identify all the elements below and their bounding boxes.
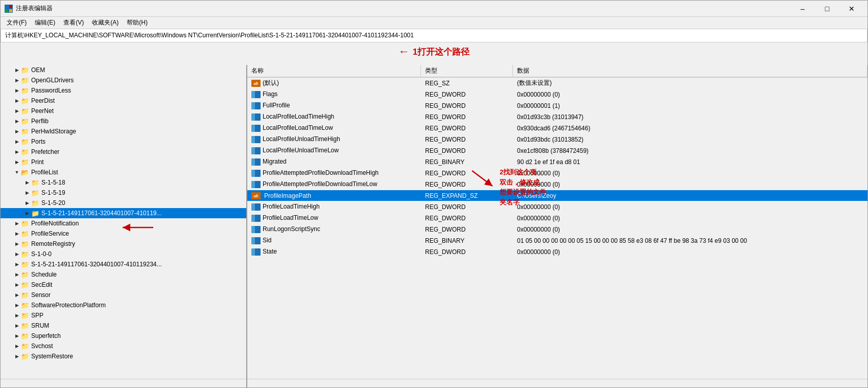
expand-button[interactable]: ▶ — [13, 158, 21, 166]
expand-button[interactable]: ▶ — [13, 352, 21, 360]
expand-button[interactable]: ▶ — [13, 86, 21, 95]
tree-scroll[interactable]: ▶📁OEM▶📁OpenGLDrivers▶📁PasswordLess▶📁Peer… — [1, 65, 246, 379]
expand-button[interactable]: ▶ — [23, 199, 31, 207]
expand-button[interactable]: ▶ — [23, 209, 31, 217]
expand-button[interactable]: ▶ — [13, 281, 21, 289]
expand-button[interactable]: ▶ — [13, 260, 21, 268]
value-row[interactable]: RunLogonScriptSyncREG_DWORD0x00000000 (0… — [247, 224, 867, 235]
value-row[interactable]: ProfileAttemptedProfileDownloadTimeHighR… — [247, 168, 867, 179]
value-name-text: Migrated — [263, 158, 287, 165]
value-name-cell: Migrated — [247, 157, 421, 167]
tree-item[interactable]: ▶📁SRUM — [1, 321, 246, 331]
folder-icon: 📂 — [21, 169, 29, 176]
expand-button[interactable]: ▶ — [13, 219, 21, 227]
tree-hscroll[interactable] — [1, 379, 246, 387]
menu-favorites[interactable]: 收藏夹(A) — [88, 17, 123, 28]
value-name-cell: ab(默认) — [247, 78, 421, 88]
tree-item[interactable]: ▶📁S-1-5-21-149117061-3204401007-41011923… — [1, 259, 246, 269]
tree-item-label: S-1-5-20 — [41, 199, 65, 207]
values-scroll[interactable]: ab(默认)REG_SZ(数值未设置)FlagsREG_DWORD0x00000… — [247, 78, 867, 379]
value-row[interactable]: ab(默认)REG_SZ(数值未设置) — [247, 78, 867, 89]
tree-item[interactable]: ▶📁S-1-0-0 — [1, 249, 246, 259]
expand-button[interactable]: ▶ — [13, 301, 21, 309]
tree-item[interactable]: ▶📁SecEdit — [1, 280, 246, 290]
expand-button[interactable]: ▶ — [23, 178, 31, 187]
folder-icon: 📁 — [21, 107, 29, 115]
value-row[interactable]: LocalProfileLoadTimeHighREG_DWORD0x01d93… — [247, 111, 867, 123]
tree-item[interactable]: ▶📁PasswordLess — [1, 85, 246, 96]
tree-item[interactable]: ▶📁Ports — [1, 136, 246, 147]
close-button[interactable]: ✕ — [840, 2, 863, 16]
tree-item[interactable]: ▶📁OpenGLDrivers — [1, 75, 246, 85]
value-row[interactable]: LocalProfileUnloadTimeLowREG_DWORD0xe1cf… — [247, 145, 867, 156]
tree-item[interactable]: ▶📁ProfileService — [1, 229, 246, 239]
expand-button[interactable]: ▶ — [13, 311, 21, 319]
expand-button[interactable]: ▶ — [13, 250, 21, 258]
menu-view[interactable]: 查看(V) — [59, 17, 88, 28]
value-row[interactable]: MigratedREG_BINARY90 d2 1e ef 1f ea d8 0… — [247, 156, 867, 168]
tree-item[interactable]: ▶📁Print — [1, 157, 246, 167]
tree-item[interactable]: ▶📁SPP — [1, 310, 246, 321]
expand-button[interactable]: ▶ — [13, 66, 21, 74]
expand-button[interactable]: ▶ — [13, 97, 21, 105]
tree-item[interactable]: ▶📁Schedule — [1, 269, 246, 280]
expand-button[interactable]: ▶ — [13, 76, 21, 84]
tree-item-label: Svchost — [31, 343, 53, 350]
values-hscroll[interactable] — [247, 379, 867, 387]
expand-button[interactable]: ▶ — [13, 138, 21, 146]
tree-item[interactable]: ▶📁OEM — [1, 65, 246, 75]
tree-item[interactable]: ▶📁Perflib — [1, 116, 246, 126]
value-row[interactable]: ProfileLoadTimeHighREG_DWORD0x00000000 (… — [247, 201, 867, 213]
tree-item[interactable]: ▶📁Sensor — [1, 290, 246, 300]
expand-button[interactable]: ▶ — [13, 322, 21, 330]
tree-item[interactable]: ▶📁Svchost — [1, 341, 246, 351]
value-row[interactable]: LocalProfileLoadTimeLowREG_DWORD0x930dca… — [247, 123, 867, 134]
expand-button[interactable]: ▼ — [13, 168, 21, 176]
value-row[interactable]: FullProfileREG_DWORD0x00000001 (1) — [247, 100, 867, 111]
expand-button[interactable]: ▶ — [13, 342, 21, 350]
tree-item[interactable]: ▶📁ProfileNotification — [1, 218, 246, 229]
tree-item[interactable]: ▶📁S-1-5-19 — [1, 188, 246, 198]
tree-item[interactable]: ▶📁PerHwIdStorage — [1, 126, 246, 136]
value-row[interactable]: FlagsREG_DWORD0x00000000 (0) — [247, 89, 867, 100]
value-row[interactable]: abProfileImagePathREG_EXPAND_SZC:\Users\… — [247, 190, 867, 201]
tree-item[interactable]: ▶📁S-1-5-21-149117061-3204401007-410119..… — [1, 208, 246, 218]
tree-item[interactable]: ▶📁S-1-5-18 — [1, 177, 246, 188]
menu-help[interactable]: 帮助(H) — [123, 17, 152, 28]
value-type-cell: REG_EXPAND_SZ — [421, 191, 513, 200]
expand-button[interactable]: ▶ — [13, 240, 21, 248]
expand-button[interactable]: ▶ — [13, 270, 21, 279]
folder-icon: 📁 — [21, 128, 29, 135]
expand-button[interactable]: ▶ — [23, 189, 31, 197]
address-bar[interactable]: 计算机\HKEY_LOCAL_MACHINE\SOFTWARE\Microsof… — [1, 29, 867, 42]
expand-button[interactable]: ▶ — [13, 291, 21, 299]
value-row[interactable]: ProfileAttemptedProfileDownloadTimeLowRE… — [247, 179, 867, 190]
value-name-text: LocalProfileUnloadTimeLow — [263, 147, 339, 154]
tree-item[interactable]: ▶📁PeerNet — [1, 106, 246, 116]
value-name-text: FullProfile — [263, 102, 290, 109]
tree-item[interactable]: ▶📁RemoteRegistry — [1, 239, 246, 249]
expand-button[interactable]: ▶ — [13, 332, 21, 340]
value-data-cell: 0x00000000 (0) — [513, 169, 867, 178]
value-row[interactable]: StateREG_DWORD0x00000000 (0) — [247, 246, 867, 258]
expand-button[interactable]: ▶ — [13, 230, 21, 238]
tree-item[interactable]: ▶📁PeerDist — [1, 96, 246, 106]
value-row[interactable]: LocalProfileUnloadTimeHighREG_DWORD0x01d… — [247, 134, 867, 145]
tree-item[interactable]: ▶📁SystemRestore — [1, 351, 246, 361]
tree-item[interactable]: ▶📁Superfetch — [1, 331, 246, 341]
tree-item[interactable]: ▶📁SoftwareProtectionPlatform — [1, 300, 246, 310]
tree-item[interactable]: ▶📁S-1-5-20 — [1, 198, 246, 208]
menu-edit[interactable]: 编辑(E) — [31, 17, 59, 28]
value-name-text: (默认) — [263, 79, 279, 87]
expand-button[interactable]: ▶ — [13, 127, 21, 135]
value-row[interactable]: SidREG_BINARY01 05 00 00 00 00 00 05 15 … — [247, 235, 867, 246]
expand-button[interactable]: ▶ — [13, 107, 21, 115]
value-row[interactable]: ProfileLoadTimeLowREG_DWORD0x00000000 (0… — [247, 213, 867, 224]
maximize-button[interactable]: □ — [815, 2, 839, 16]
expand-button[interactable]: ▶ — [13, 148, 21, 156]
tree-item[interactable]: ▶📁Prefetcher — [1, 147, 246, 157]
expand-button[interactable]: ▶ — [13, 117, 21, 125]
tree-item[interactable]: ▼📂ProfileList — [1, 167, 246, 177]
menu-file[interactable]: 文件(F) — [3, 17, 31, 28]
minimize-button[interactable]: – — [791, 2, 814, 16]
